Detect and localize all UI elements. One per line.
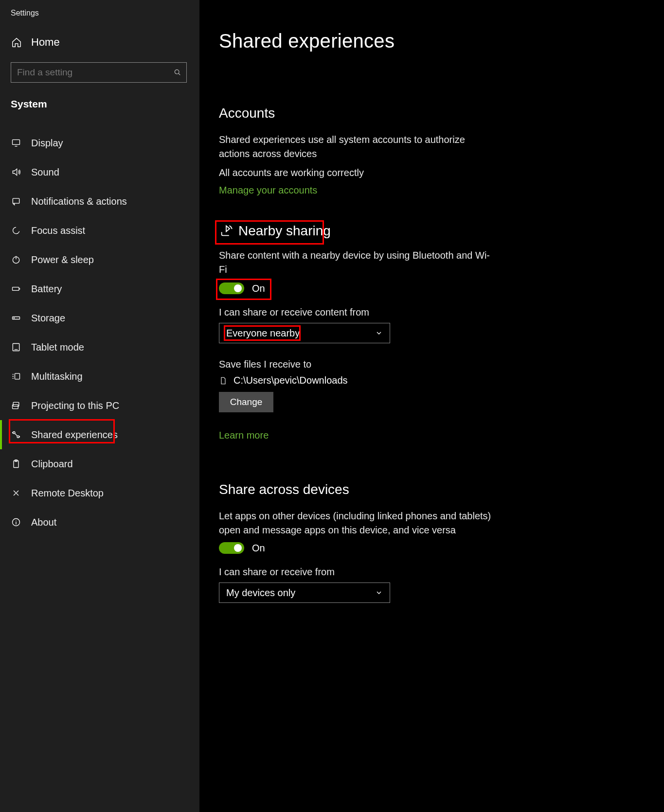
across-from-label: I can share or receive from — [219, 566, 645, 578]
sidebar-item-about[interactable]: About — [11, 508, 189, 537]
shared-icon — [11, 429, 21, 440]
share-icon — [219, 224, 233, 238]
sidebar-item-label: About — [31, 517, 56, 528]
sidebar-item-label: Focus assist — [31, 225, 85, 236]
sidebar-item-label: Battery — [31, 283, 62, 295]
across-desc: Let apps on other devices (including lin… — [219, 509, 491, 537]
save-to-label: Save files I receive to — [219, 359, 645, 370]
home-label: Home — [31, 36, 60, 49]
sidebar-item-clipboard[interactable]: Clipboard — [11, 449, 189, 478]
learn-more-link[interactable]: Learn more — [219, 430, 269, 441]
across-toggle[interactable] — [219, 542, 244, 554]
category-label: System — [11, 98, 189, 110]
across-from-dropdown[interactable]: My devices only — [219, 583, 390, 603]
sidebar-item-multitasking[interactable]: Multitasking — [11, 362, 189, 391]
sidebar-item-label: Sound — [31, 167, 59, 178]
sidebar-item-label: Display — [31, 138, 63, 149]
page-title: Shared experiences — [219, 30, 645, 52]
nearby-heading-text: Nearby sharing — [238, 223, 331, 239]
accounts-heading: Accounts — [219, 106, 645, 121]
app-title: Settings — [11, 9, 189, 18]
manage-accounts-link[interactable]: Manage your accounts — [219, 185, 317, 196]
storage-icon — [11, 313, 21, 323]
sidebar-item-notifications[interactable]: Notifications & actions — [11, 187, 189, 216]
sidebar-item-label: Multitasking — [31, 371, 83, 382]
chevron-down-icon — [375, 589, 383, 597]
home-button[interactable]: Home — [11, 36, 189, 49]
sidebar-item-power[interactable]: Power & sleep — [11, 245, 189, 274]
across-heading: Share across devices — [219, 482, 645, 497]
sidebar-item-focus[interactable]: Focus assist — [11, 216, 189, 245]
across-from-value: My devices only — [226, 587, 295, 599]
about-icon — [11, 517, 21, 528]
share-from-label: I can share or receive content from — [219, 307, 645, 318]
svg-point-6 — [14, 318, 14, 318]
share-from-value: Everyone nearby — [226, 328, 300, 339]
svg-rect-8 — [15, 349, 18, 350]
sidebar-item-storage[interactable]: Storage — [11, 303, 189, 333]
accounts-status: All accounts are working correctly — [219, 166, 491, 180]
clipboard-icon — [11, 459, 21, 469]
sidebar-item-sound[interactable]: Sound — [11, 158, 189, 187]
svg-rect-4 — [13, 287, 19, 291]
across-toggle-label: On — [252, 543, 265, 554]
across-toggle-row: On — [219, 542, 645, 554]
main-content: Shared experiences Accounts Shared exper… — [199, 0, 664, 812]
file-icon — [219, 375, 228, 386]
sidebar-item-label: Power & sleep — [31, 254, 94, 265]
sidebar: Settings Home System Display Sound Notif… — [0, 0, 199, 812]
sidebar-item-label: Remote Desktop — [31, 488, 104, 499]
nearby-heading: Nearby sharing — [219, 223, 645, 239]
remote-icon — [11, 488, 21, 498]
search-input[interactable] — [11, 62, 187, 83]
tablet-icon — [11, 342, 21, 353]
nearby-toggle[interactable] — [219, 282, 244, 294]
battery-icon — [11, 283, 21, 294]
sound-icon — [11, 167, 21, 177]
focus-icon — [11, 225, 21, 236]
sidebar-item-label: Clipboard — [31, 459, 73, 470]
sidebar-item-projecting[interactable]: Projecting to this PC — [11, 391, 189, 420]
accounts-desc: Shared experiences use all system accoun… — [219, 133, 491, 161]
sidebar-item-label: Tablet mode — [31, 342, 84, 353]
sidebar-item-label: Projecting to this PC — [31, 400, 119, 411]
svg-rect-9 — [15, 373, 20, 379]
sidebar-item-label: Notifications & actions — [31, 196, 127, 207]
save-to-path: C:\Users\pevic\Downloads — [233, 375, 348, 386]
nearby-toggle-label: On — [252, 283, 265, 294]
svg-rect-1 — [13, 140, 20, 144]
search-wrap — [11, 62, 189, 83]
nearby-desc: Share content with a nearby device by us… — [219, 248, 491, 277]
share-from-dropdown[interactable]: Everyone nearby — [219, 323, 390, 343]
sidebar-item-battery[interactable]: Battery — [11, 274, 189, 303]
save-to-row: C:\Users\pevic\Downloads — [219, 375, 645, 386]
display-icon — [11, 138, 21, 148]
projecting-icon — [11, 400, 21, 411]
home-icon — [11, 36, 22, 48]
sidebar-item-label: Storage — [31, 313, 65, 324]
change-button[interactable]: Change — [219, 392, 273, 412]
nearby-toggle-row: On — [219, 282, 645, 294]
sidebar-item-shared[interactable]: Shared experiences — [11, 420, 189, 449]
nav-list: Display Sound Notifications & actions Fo… — [11, 128, 189, 537]
sidebar-item-remote[interactable]: Remote Desktop — [11, 478, 189, 508]
notifications-icon — [11, 196, 21, 207]
sidebar-item-label: Shared experiences — [31, 429, 118, 441]
power-icon — [11, 254, 21, 265]
chevron-down-icon — [375, 329, 383, 337]
svg-rect-2 — [13, 198, 19, 203]
sidebar-item-tablet[interactable]: Tablet mode — [11, 333, 189, 362]
multitasking-icon — [11, 371, 21, 382]
sidebar-item-display[interactable]: Display — [11, 128, 189, 158]
